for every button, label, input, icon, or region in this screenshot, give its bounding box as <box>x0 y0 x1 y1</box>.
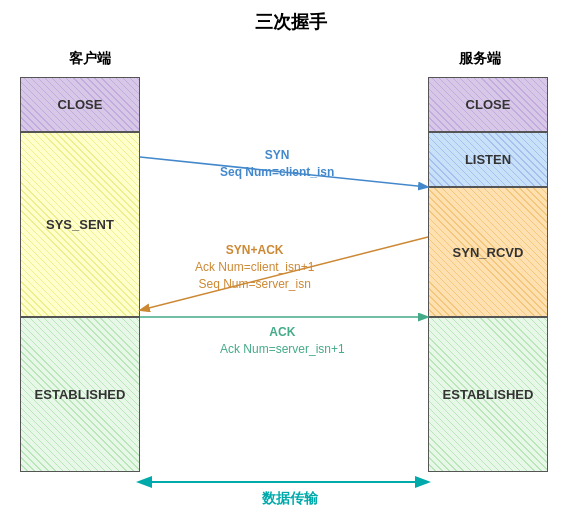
syn-label-line2: Seq Num=client_isn <box>220 164 334 181</box>
synack-label-line3: Seq Num=server_isn <box>195 276 314 293</box>
server-syn-rcvd-label: SYN_RCVD <box>453 245 524 260</box>
ack-label-line2: Ack Num=server_isn+1 <box>220 341 345 358</box>
client-close-block: CLOSE <box>20 77 140 132</box>
server-listen-block: LISTEN <box>428 132 548 187</box>
server-established-label: ESTABLISHED <box>443 387 534 402</box>
client-established-label: ESTABLISHED <box>35 387 126 402</box>
client-sys-sent-label: SYS_SENT <box>46 217 114 232</box>
server-close-label: CLOSE <box>466 97 511 112</box>
diagram-area: 客户端 服务端 CLOSE SYS_SENT ESTABLISHED CLOSE… <box>0 42 581 531</box>
client-sys-sent-block: SYS_SENT <box>20 132 140 317</box>
syn-label-line1: SYN <box>220 147 334 164</box>
server-syn-rcvd-block: SYN_RCVD <box>428 187 548 317</box>
server-label: 服务端 <box>420 50 540 68</box>
client-label: 客户端 <box>30 50 150 68</box>
syn-label: SYN Seq Num=client_isn <box>220 147 334 181</box>
ack-label-line1: ACK <box>220 324 345 341</box>
synack-label-line2: Ack Num=client_isn+1 <box>195 259 314 276</box>
synack-label: SYN+ACK Ack Num=client_isn+1 Seq Num=ser… <box>195 242 314 292</box>
client-close-label: CLOSE <box>58 97 103 112</box>
server-listen-label: LISTEN <box>465 152 511 167</box>
page-title: 三次握手 <box>0 0 581 42</box>
data-transfer-text: 数据传输 <box>262 490 318 506</box>
data-transfer-label: 数据传输 <box>170 490 410 508</box>
client-established-block: ESTABLISHED <box>20 317 140 472</box>
server-established-block: ESTABLISHED <box>428 317 548 472</box>
synack-label-line1: SYN+ACK <box>195 242 314 259</box>
server-close-block: CLOSE <box>428 77 548 132</box>
ack-label: ACK Ack Num=server_isn+1 <box>220 324 345 358</box>
